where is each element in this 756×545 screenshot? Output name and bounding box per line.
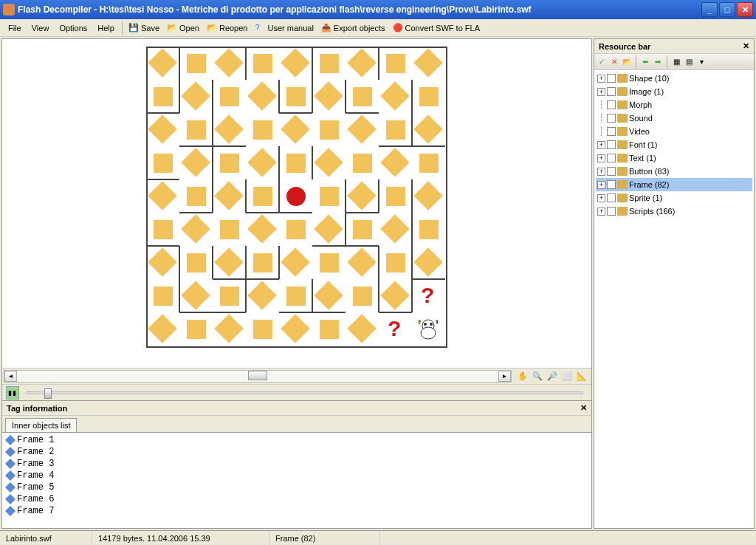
- menu-options[interactable]: Options: [54, 21, 92, 35]
- user-manual-button[interactable]: ?User manual: [251, 21, 317, 35]
- close-button[interactable]: ✕: [737, 2, 753, 17]
- tree-checkbox[interactable]: [607, 167, 616, 176]
- window-controls: _ □ ✕: [701, 2, 753, 17]
- tree-item[interactable]: +Image (1): [596, 85, 752, 98]
- list-item[interactable]: Frame 5: [7, 481, 587, 493]
- tree-checkbox[interactable]: [607, 87, 616, 96]
- list-item[interactable]: Frame 3: [7, 458, 587, 470]
- tree-item[interactable]: +Button (83): [596, 165, 752, 178]
- expand-icon[interactable]: +: [597, 88, 605, 96]
- list-item[interactable]: Frame 7: [7, 505, 587, 517]
- scroll-thumb[interactable]: [248, 371, 267, 380]
- pause-button[interactable]: ▮▮: [6, 386, 19, 400]
- tree-item[interactable]: +Text (1): [596, 151, 752, 165]
- reopen-label: Reopen: [219, 24, 248, 32]
- expand-icon[interactable]: +: [597, 141, 605, 149]
- fit-icon[interactable]: ⬜: [560, 370, 574, 383]
- resource-tree[interactable]: +Shape (10)+Image (1)MorphSoundVideo+Fon…: [594, 70, 754, 528]
- frame-slider[interactable]: [27, 391, 583, 394]
- maze-square-icon: [419, 154, 439, 173]
- menu-view[interactable]: View: [27, 21, 55, 35]
- tree-checkbox[interactable]: [607, 114, 616, 123]
- export-objects-button[interactable]: 📤Export objects: [317, 21, 389, 35]
- tree-item[interactable]: Sound: [596, 112, 752, 125]
- tree-item-label: Text (1): [629, 154, 656, 162]
- expand-icon[interactable]: +: [597, 181, 605, 189]
- rt-unselect-icon[interactable]: ✕: [608, 56, 620, 68]
- maze-square-icon: [320, 187, 339, 206]
- rt-select-icon[interactable]: ✓: [596, 56, 608, 68]
- list-item[interactable]: Frame 4: [7, 470, 587, 481]
- tree-item-label: Video: [629, 127, 650, 136]
- playback-row: ▮▮: [2, 384, 591, 400]
- maximize-button[interactable]: □: [719, 2, 735, 17]
- tree-line: [597, 100, 605, 109]
- frame-icon: [5, 470, 16, 481]
- reopen-button[interactable]: 📂Reopen: [203, 21, 252, 35]
- save-button[interactable]: 💾Save: [125, 21, 163, 35]
- expand-icon[interactable]: +: [597, 168, 605, 176]
- rt-dropdown-icon[interactable]: ▾: [695, 56, 707, 68]
- preview-scroll-row: ◄ ► ✋ 🔍 🔎 ⬜ 📐: [2, 368, 591, 384]
- zoom-in-icon[interactable]: 🔍: [531, 370, 544, 383]
- open-button[interactable]: 📂Open: [163, 21, 203, 35]
- swf-preview: ??: [2, 39, 591, 368]
- list-item[interactable]: Frame 2: [7, 446, 587, 458]
- scroll-right-button[interactable]: ►: [498, 371, 511, 382]
- maze-square-icon: [386, 253, 405, 272]
- tree-item[interactable]: +Frame (82): [596, 178, 752, 191]
- rt-forward-icon[interactable]: ➡: [652, 56, 664, 68]
- menu-help[interactable]: Help: [92, 21, 120, 35]
- tree-checkbox[interactable]: [607, 193, 616, 202]
- minimize-button[interactable]: _: [701, 2, 718, 17]
- help-icon: ?: [255, 23, 265, 33]
- scroll-track[interactable]: [17, 371, 498, 382]
- folder-icon: [617, 87, 628, 96]
- maze-square-icon: [386, 120, 405, 140]
- preview-h-scrollbar[interactable]: ◄ ►: [4, 370, 512, 383]
- slider-thumb[interactable]: [44, 388, 52, 399]
- tree-item-label: Image (1): [629, 87, 664, 96]
- tree-checkbox[interactable]: [607, 140, 616, 149]
- rt-view1-icon[interactable]: ▦: [670, 56, 682, 68]
- inner-objects-list[interactable]: Frame 1Frame 2Frame 3Frame 4Frame 5Frame…: [2, 432, 591, 528]
- zoom-out-icon[interactable]: 🔎: [546, 370, 559, 383]
- tab-inner-objects[interactable]: Inner objects list: [5, 418, 77, 432]
- tree-checkbox[interactable]: [607, 74, 616, 83]
- menu-file[interactable]: File: [3, 21, 27, 35]
- tree-checkbox[interactable]: [607, 100, 616, 109]
- tree-checkbox[interactable]: [607, 180, 616, 189]
- tree-checkbox[interactable]: [607, 154, 616, 162]
- tree-item[interactable]: +Scripts (166): [596, 205, 752, 218]
- maze-square-icon: [220, 287, 239, 306]
- maze-square-icon: [386, 54, 405, 73]
- tree-item[interactable]: +Sprite (1): [596, 191, 752, 205]
- tree-item[interactable]: +Font (1): [596, 138, 752, 151]
- expand-icon[interactable]: +: [597, 154, 605, 162]
- rt-view2-icon[interactable]: ▤: [683, 56, 695, 68]
- reopen-icon: 📂: [207, 23, 217, 33]
- folder-icon: [617, 180, 628, 189]
- tree-item-label: Button (83): [629, 167, 669, 176]
- question-mark-icon: ?: [421, 283, 434, 308]
- tree-checkbox[interactable]: [607, 207, 616, 216]
- export-icon: 📤: [321, 23, 331, 33]
- tree-checkbox[interactable]: [607, 127, 616, 136]
- hand-tool-icon[interactable]: ✋: [516, 370, 529, 383]
- list-item[interactable]: Frame 1: [7, 434, 587, 446]
- actual-size-icon[interactable]: 📐: [575, 370, 588, 383]
- resource-bar-close-button[interactable]: ✕: [743, 41, 749, 51]
- expand-icon[interactable]: +: [597, 75, 605, 83]
- tag-info-close-button[interactable]: ✕: [580, 403, 587, 413]
- tree-item[interactable]: Morph: [596, 98, 752, 112]
- list-item[interactable]: Frame 6: [7, 493, 587, 505]
- tree-item[interactable]: Video: [596, 125, 752, 138]
- tree-line: [597, 114, 605, 123]
- scroll-left-button[interactable]: ◄: [4, 371, 17, 382]
- rt-back-icon[interactable]: ⬅: [639, 56, 651, 68]
- convert-button[interactable]: 🔴Convert SWF to FLA: [389, 21, 484, 35]
- expand-icon[interactable]: +: [597, 208, 605, 216]
- expand-icon[interactable]: +: [597, 194, 605, 202]
- tree-item[interactable]: +Shape (10): [596, 72, 752, 85]
- rt-export-icon[interactable]: 📂: [621, 56, 633, 68]
